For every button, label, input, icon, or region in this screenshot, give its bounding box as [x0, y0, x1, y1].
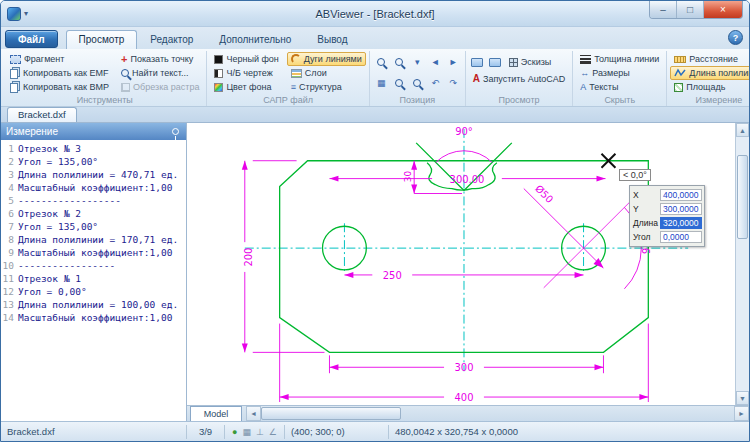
horizontal-scrollbar[interactable]: ◄ ►: [246, 406, 749, 421]
ribbon-tab-row: Файл Просмотр Редактор Дополнительно Выв…: [1, 27, 749, 49]
close-button[interactable]: ×: [704, 1, 742, 18]
tab-view[interactable]: Просмотр: [66, 30, 138, 49]
zoom-menu-caret-icon: ▾: [415, 57, 420, 67]
layers-icon: [291, 69, 302, 78]
list-item: 13Длина полилинии = 100,00 ед.: [1, 298, 186, 311]
rotate-ccw-button[interactable]: ↶: [427, 74, 443, 92]
coord-input-panel: X400,0000 Y300,0000 Длина320,0000 Угол0,…: [629, 185, 705, 247]
rotate-cw-button[interactable]: ↷: [445, 74, 461, 92]
measure-panel-header[interactable]: Измерение: [1, 123, 186, 140]
scroll-up-icon[interactable]: ▲: [736, 123, 749, 137]
run-autocad-button[interactable]: A Запустить AutoCAD: [469, 72, 569, 86]
snap-angle-icon[interactable]: ∠: [269, 425, 277, 439]
search-icon: [121, 69, 129, 77]
tab-advanced[interactable]: Дополнительно: [206, 30, 304, 49]
structure-icon: ≡: [291, 82, 296, 92]
ribbon-group-tools: Фрагмент Копировать как EMF Копировать к…: [3, 51, 207, 106]
crop-raster-button: Обрезка растра: [117, 80, 203, 94]
scroll-left-icon[interactable]: ◄: [246, 406, 261, 421]
scroll-down-icon[interactable]: ▼: [736, 391, 749, 405]
previous-view-button[interactable]: ◄: [427, 53, 443, 71]
coord-value-length[interactable]: 320,0000: [660, 217, 702, 229]
hide-texts-label: Тексты: [589, 82, 618, 92]
show-point-button[interactable]: + Показать точку: [117, 52, 203, 66]
monitor-2-button[interactable]: [487, 53, 503, 71]
document-tab-bar: Bracket.dxf: [1, 107, 749, 123]
group-title-tools: Инструменты: [6, 94, 203, 106]
tab-editor[interactable]: Редактор: [137, 30, 206, 49]
rotate-ccw-icon: ↶: [431, 78, 439, 88]
group-title-position: Позиция: [373, 94, 462, 106]
ribbon-group-measure: Расстояние Длина полилинии Площадь Измер…: [667, 51, 749, 106]
pin-icon[interactable]: [172, 128, 179, 135]
distance-button[interactable]: Расстояние: [670, 52, 749, 66]
ribbon-group-hide: Толщина линии ↔ Размеры A Тексты Скрыть: [573, 51, 667, 106]
group-title-hide: Скрыть: [576, 94, 663, 106]
measure-results-list[interactable]: 1Отрезок № 3 2Угол = 135,00° 3Длина поли…: [1, 140, 186, 421]
black-background-icon: [214, 55, 223, 64]
quick-access-caret-icon[interactable]: ▾: [24, 9, 28, 18]
coord-label-x: X: [632, 190, 660, 200]
snap-point-icon[interactable]: ●: [232, 425, 237, 439]
list-item: 10-----------------: [1, 259, 186, 272]
background-color-button[interactable]: Цвет фона: [210, 80, 282, 94]
minimize-button[interactable]: –: [650, 1, 677, 18]
coord-value-y[interactable]: 300,0000: [660, 203, 702, 215]
drawing-canvas[interactable]: 400 300 250 200 300.00 30 90° 90° Ø50: [187, 123, 735, 405]
horizontal-scroll-thumb[interactable]: [261, 407, 401, 420]
scroll-right-icon[interactable]: ►: [734, 406, 749, 421]
vertical-scrollbar[interactable]: ▲ ▼: [735, 123, 749, 405]
area-icon: [674, 83, 683, 92]
dim-diameter-50: Ø50: [533, 183, 555, 205]
next-view-button[interactable]: ►: [445, 53, 461, 71]
dim-300: 300: [454, 362, 473, 373]
find-text-button[interactable]: Найти текст...: [117, 66, 203, 80]
hide-dimensions-label: Размеры: [592, 68, 629, 78]
copy-bmp-button[interactable]: Копировать как BMP: [6, 80, 113, 94]
bw-drawing-button[interactable]: Ч/Б чертеж: [210, 66, 282, 80]
layers-button[interactable]: Слои: [287, 66, 366, 80]
list-item: 4Масштабный коэффициент:1,00: [1, 181, 186, 194]
window-controls: – □ ×: [649, 1, 743, 19]
monitor-1-button[interactable]: [469, 53, 485, 71]
model-sheet-tab[interactable]: Model: [190, 406, 242, 421]
zoom-menu-button[interactable]: ▾: [409, 53, 425, 71]
polyline-icon: [674, 68, 686, 78]
dim-300-00: 300.00: [450, 174, 485, 185]
app-icon[interactable]: [7, 7, 21, 21]
coord-value-x[interactable]: 400,0000: [660, 189, 702, 201]
cad-drawing[interactable]: 400 300 250 200 300.00 30 90° 90° Ø50: [187, 123, 735, 405]
bw-drawing-icon: [214, 69, 223, 78]
bw-drawing-label: Ч/Б чертеж: [226, 68, 272, 78]
thumbnails-button[interactable]: Эскизы: [505, 55, 556, 69]
line-weight-button[interactable]: Толщина линии: [576, 52, 663, 66]
area-button[interactable]: Площадь: [670, 80, 749, 94]
hide-texts-button[interactable]: A Тексты: [576, 80, 663, 94]
black-background-button[interactable]: Черный фон: [210, 52, 282, 66]
file-menu-button[interactable]: Файл: [5, 30, 58, 48]
maximize-button[interactable]: □: [677, 1, 704, 18]
snap-grid-icon[interactable]: ▦: [242, 425, 251, 439]
polyline-length-button[interactable]: Длина полилинии: [670, 66, 749, 80]
help-icon[interactable]: ?: [728, 30, 743, 45]
coord-value-angle[interactable]: 0,0000: [660, 231, 702, 243]
zoom-out-button[interactable]: [391, 74, 407, 92]
arc-icon: [291, 54, 301, 64]
line-weight-icon: [580, 55, 591, 64]
arcs-as-lines-button[interactable]: Дуги линиями: [287, 52, 366, 66]
drawing-column: 400 300 250 200 300.00 30 90° 90° Ø50: [187, 123, 749, 421]
title-bar[interactable]: ▾ ABViewer - [Bracket.dxf] – □ ×: [1, 1, 749, 27]
tab-output[interactable]: Вывод: [304, 30, 360, 49]
zoom-window-button[interactable]: [373, 53, 389, 71]
zoom-extents-button[interactable]: ▦: [373, 74, 389, 92]
zoom-all-button[interactable]: [409, 74, 425, 92]
structure-button[interactable]: ≡ Структура: [287, 80, 366, 94]
snap-perpendicular-icon[interactable]: ⊥: [256, 425, 264, 439]
document-tab-bracket[interactable]: Bracket.dxf: [7, 107, 77, 122]
hide-dimensions-button[interactable]: ↔ Размеры: [576, 66, 663, 80]
autocad-icon: A: [473, 74, 480, 84]
zoom-in-button[interactable]: [391, 53, 407, 71]
fragment-button[interactable]: Фрагмент: [6, 52, 113, 66]
vertical-scroll-thumb[interactable]: [737, 155, 748, 239]
copy-emf-button[interactable]: Копировать как EMF: [6, 66, 113, 80]
